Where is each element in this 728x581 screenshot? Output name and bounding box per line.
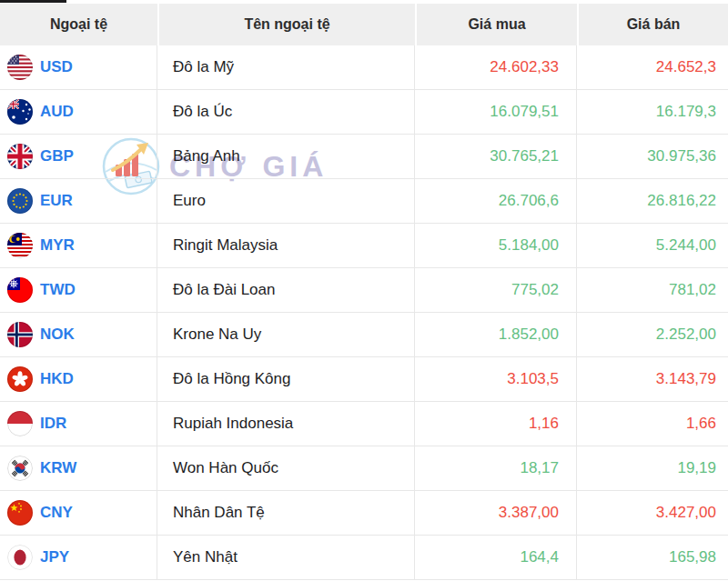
buy-price: 16.079,51 — [415, 90, 577, 135]
currency-name: Euro — [157, 179, 415, 224]
sell-price: 165,98 — [577, 536, 728, 580]
nok-flag-icon — [7, 322, 33, 347]
table-row: EUREuro26.706,626.816,22 — [0, 179, 728, 224]
buy-price: 164,4 — [415, 536, 577, 580]
col-header-buy: Giá mua — [415, 0, 577, 45]
table-row: MYRRingit Malaysia5.184,005.244,00 — [0, 224, 728, 268]
currency-code-link[interactable]: AUD — [40, 103, 74, 121]
sell-price: 1,66 — [577, 402, 728, 446]
table-row: NOKKrone Na Uy1.852,002.252,00 — [0, 313, 728, 357]
currency-code-link[interactable]: KRW — [40, 459, 76, 477]
currency-name: Krone Na Uy — [157, 313, 415, 357]
table-row: CNYNhân Dân Tệ3.387,003.427,00 — [0, 491, 728, 536]
twd-flag-icon — [7, 277, 33, 303]
sell-price: 3.143,79 — [577, 357, 728, 402]
table-row: KRWWon Hàn Quốc18,1719,19 — [0, 446, 728, 491]
sell-price: 3.427,00 — [577, 491, 728, 536]
buy-price: 3.387,00 — [415, 491, 577, 536]
buy-price: 18,17 — [415, 446, 577, 491]
eur-flag-icon — [7, 188, 33, 214]
jpy-flag-icon — [7, 545, 33, 570]
currency-code-link[interactable]: JPY — [40, 548, 69, 566]
currency-name: Won Hàn Quốc — [157, 446, 415, 491]
sell-price: 5.244,00 — [577, 224, 728, 268]
buy-price: 3.103,5 — [415, 357, 577, 402]
sell-price: 19,19 — [577, 446, 728, 491]
table-row: AUDĐô la Úc16.079,5116.179,3 — [0, 90, 728, 135]
currency-code-link[interactable]: GBP — [40, 147, 74, 165]
browser-artifact-bar — [0, 0, 66, 3]
currency-name: Bảng Anh — [157, 135, 415, 179]
usd-flag-icon — [7, 55, 33, 80]
currency-code-link[interactable]: HKD — [40, 370, 74, 388]
currency-name: Đô la Mỹ — [157, 45, 415, 90]
rates-table-body: USDĐô la Mỹ24.602,3324.652,3AUDĐô la Úc1… — [0, 45, 728, 580]
idr-flag-icon — [7, 411, 33, 436]
exchange-rate-table: Ngoại tệ Tên ngoại tệ Giá mua Giá bán US… — [0, 0, 728, 580]
currency-code-link[interactable]: NOK — [40, 326, 75, 344]
col-header-name: Tên ngoại tệ — [157, 0, 415, 45]
sell-price: 26.816,22 — [577, 179, 728, 224]
sell-price: 30.975,36 — [577, 135, 728, 179]
currency-name: Đô la Đài Loan — [157, 268, 415, 313]
sell-price: 2.252,00 — [577, 313, 728, 357]
currency-name: Đô la Úc — [157, 90, 415, 135]
table-row: USDĐô la Mỹ24.602,3324.652,3 — [0, 45, 728, 90]
buy-price: 1.852,00 — [415, 313, 577, 357]
table-header-row: Ngoại tệ Tên ngoại tệ Giá mua Giá bán — [0, 0, 728, 45]
buy-price: 30.765,21 — [415, 135, 577, 179]
sell-price: 781,02 — [577, 268, 728, 313]
currency-code-link[interactable]: TWD — [40, 281, 76, 299]
currency-name: Yên Nhật — [157, 536, 415, 580]
buy-price: 5.184,00 — [415, 224, 577, 268]
currency-name: Ringit Malaysia — [157, 224, 415, 268]
currency-name: Đô la Hồng Kông — [157, 357, 415, 402]
currency-code-link[interactable]: EUR — [40, 192, 73, 210]
currency-name: Rupiah Indonesia — [157, 402, 415, 446]
sell-price: 24.652,3 — [577, 45, 728, 90]
currency-code-link[interactable]: MYR — [40, 236, 75, 255]
cny-flag-icon — [7, 500, 33, 526]
buy-price: 1,16 — [415, 402, 577, 446]
gbp-flag-icon — [7, 144, 33, 169]
col-header-currency: Ngoại tệ — [0, 0, 157, 45]
buy-price: 24.602,33 — [415, 45, 577, 90]
table-row: IDRRupiah Indonesia1,161,66 — [0, 402, 728, 446]
buy-price: 775,02 — [415, 268, 577, 313]
table-row: HKDĐô la Hồng Kông3.103,53.143,79 — [0, 357, 728, 402]
myr-flag-icon — [7, 233, 33, 258]
table-row: JPYYên Nhật164,4165,98 — [0, 536, 728, 580]
table-row: TWDĐô la Đài Loan775,02781,02 — [0, 268, 728, 313]
currency-code-link[interactable]: IDR — [40, 415, 66, 433]
hkd-flag-icon — [7, 366, 33, 392]
aud-flag-icon — [7, 99, 33, 125]
currency-code-link[interactable]: USD — [40, 58, 73, 76]
currency-name: Nhân Dân Tệ — [157, 491, 415, 536]
table-row: GBPBảng Anh30.765,2130.975,36 — [0, 135, 728, 179]
currency-code-link[interactable]: CNY — [40, 504, 73, 522]
buy-price: 26.706,6 — [415, 179, 577, 224]
sell-price: 16.179,3 — [577, 90, 728, 135]
krw-flag-icon — [7, 456, 33, 481]
col-header-sell: Giá bán — [577, 0, 728, 45]
